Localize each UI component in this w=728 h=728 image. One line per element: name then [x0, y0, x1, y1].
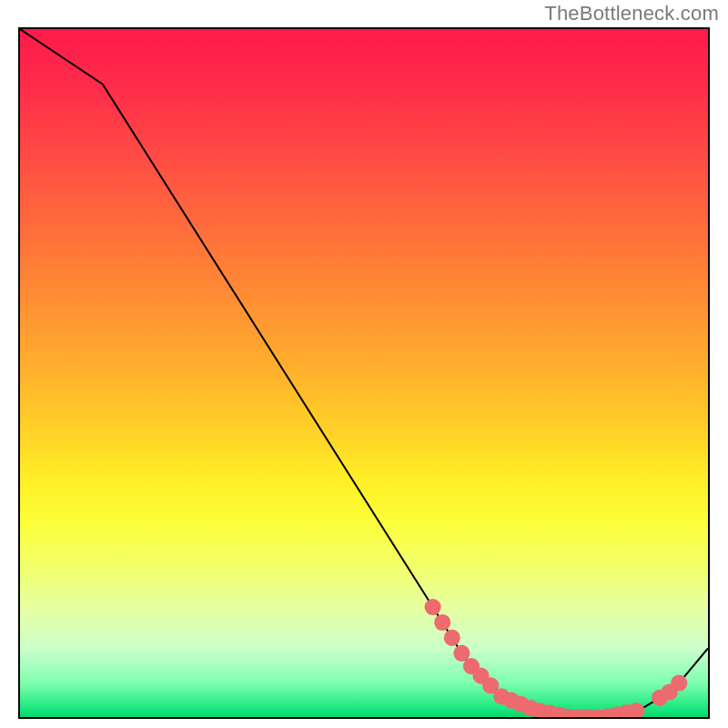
chart-container: TheBottleneck.com: [0, 0, 728, 728]
curve-marker: [434, 614, 450, 631]
curve-marker: [425, 599, 441, 615]
plot-area: [18, 27, 710, 719]
curve-marker: [628, 703, 644, 717]
bottleneck-curve: [20, 29, 708, 717]
curve-marker: [444, 630, 460, 646]
curve-marker: [671, 674, 687, 691]
curve-path: [20, 29, 708, 717]
attribution-text: TheBottleneck.com: [544, 2, 719, 25]
